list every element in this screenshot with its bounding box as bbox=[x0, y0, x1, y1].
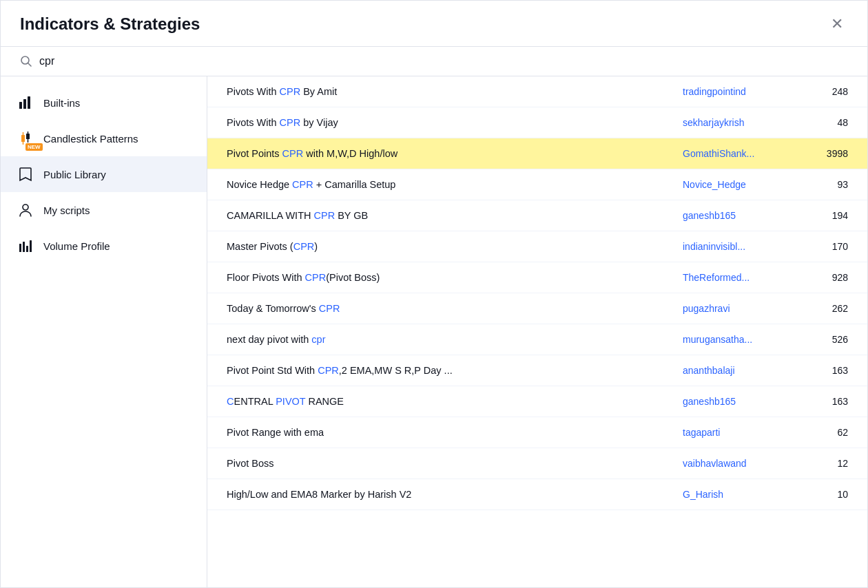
person-icon bbox=[17, 202, 34, 218]
content-area: Built-ins Candlestick Patterns NEW bbox=[1, 76, 867, 587]
svg-rect-2 bbox=[19, 102, 22, 109]
result-row[interactable]: Today & Tomorrow's CPRpugazhravi262 bbox=[207, 293, 867, 324]
result-name: Today & Tomorrow's CPR bbox=[227, 303, 683, 314]
sidebar-item-my-scripts-label: My scripts bbox=[43, 204, 90, 216]
result-author[interactable]: vaibhavlawand bbox=[683, 458, 807, 469]
close-icon: ✕ bbox=[831, 15, 843, 33]
result-count: 163 bbox=[807, 396, 848, 407]
result-author[interactable]: pugazhravi bbox=[683, 303, 807, 314]
result-name: CENTRAL PIVOT RANGE bbox=[227, 396, 683, 407]
sidebar-item-volume-profile-label: Volume Profile bbox=[43, 240, 110, 252]
svg-rect-5 bbox=[21, 135, 25, 142]
sidebar-item-public-library[interactable]: Public Library bbox=[1, 156, 207, 192]
result-count: 194 bbox=[807, 210, 848, 221]
results-panel[interactable]: Pivots With CPR By Amittradingpointind24… bbox=[207, 76, 867, 587]
result-row[interactable]: CAMARILLA WITH CPR BY GBganeshb165194 bbox=[207, 200, 867, 231]
svg-rect-3 bbox=[23, 99, 26, 109]
result-author[interactable]: GomathiShank... bbox=[683, 148, 807, 159]
result-count: 262 bbox=[807, 303, 848, 314]
result-row[interactable]: High/Low and EMA8 Marker by Harish V2G_H… bbox=[207, 479, 867, 510]
result-row[interactable]: Pivot Points CPR with M,W,D High/lowGoma… bbox=[207, 138, 867, 169]
result-count: 248 bbox=[807, 86, 848, 97]
svg-point-11 bbox=[23, 204, 28, 210]
result-author[interactable]: ganeshb165 bbox=[683, 396, 807, 407]
result-count: 170 bbox=[807, 241, 848, 252]
result-row[interactable]: Pivot Range with ematagaparti62 bbox=[207, 417, 867, 448]
result-count: 3998 bbox=[807, 148, 848, 159]
result-row[interactable]: Pivot Bossvaibhavlawand12 bbox=[207, 448, 867, 479]
result-name: CAMARILLA WITH CPR BY GB bbox=[227, 210, 683, 221]
result-author[interactable]: Novice_Hedge bbox=[683, 179, 807, 190]
result-name: Novice Hedge CPR + Camarilla Setup bbox=[227, 179, 683, 190]
sidebar-item-public-library-label: Public Library bbox=[43, 169, 106, 180]
result-author[interactable]: TheReformed... bbox=[683, 272, 807, 283]
result-author[interactable]: G_Harish bbox=[683, 489, 807, 500]
result-row[interactable]: Floor Pivots With CPR(Pivot Boss)TheRefo… bbox=[207, 262, 867, 293]
result-name: Pivot Points CPR with M,W,D High/low bbox=[227, 148, 683, 159]
result-row[interactable]: Pivot Point Std With CPR,2 EMA,MW S R,P … bbox=[207, 355, 867, 386]
result-row[interactable]: next day pivot with cprmurugansatha...52… bbox=[207, 324, 867, 355]
result-row[interactable]: CENTRAL PIVOT RANGEganeshb165163 bbox=[207, 386, 867, 417]
bar-chart-icon bbox=[17, 94, 34, 111]
result-author[interactable]: murugansatha... bbox=[683, 334, 807, 345]
result-row[interactable]: Novice Hedge CPR + Camarilla SetupNovice… bbox=[207, 169, 867, 200]
result-name: Pivot Range with ema bbox=[227, 427, 683, 438]
result-row[interactable]: Pivots With CPR By Amittradingpointind24… bbox=[207, 76, 867, 107]
search-icon bbox=[20, 55, 32, 67]
result-count: 93 bbox=[807, 179, 848, 190]
svg-rect-4 bbox=[28, 96, 30, 109]
result-count: 928 bbox=[807, 272, 848, 283]
svg-line-1 bbox=[28, 63, 32, 67]
result-count: 526 bbox=[807, 334, 848, 345]
result-author[interactable]: tradingpointind bbox=[683, 86, 807, 97]
result-name: Master Pivots (CPR) bbox=[227, 241, 683, 252]
sidebar-item-built-ins-label: Built-ins bbox=[43, 97, 80, 109]
svg-rect-8 bbox=[26, 134, 30, 139]
svg-rect-12 bbox=[19, 244, 21, 252]
svg-rect-15 bbox=[30, 240, 32, 252]
result-name: Pivot Point Std With CPR,2 EMA,MW S R,P … bbox=[227, 365, 683, 376]
svg-rect-14 bbox=[26, 246, 28, 252]
bookmark-icon bbox=[17, 166, 34, 182]
sidebar-item-candlestick-label: Candlestick Patterns bbox=[43, 133, 138, 145]
search-bar bbox=[1, 47, 867, 76]
result-row[interactable]: Pivots With CPR by Vijaysekharjaykrish48 bbox=[207, 107, 867, 138]
result-name: next day pivot with cpr bbox=[227, 334, 683, 345]
sidebar: Built-ins Candlestick Patterns NEW bbox=[1, 76, 207, 587]
result-count: 12 bbox=[807, 458, 848, 469]
modal-title: Indicators & Strategies bbox=[20, 14, 200, 34]
result-count: 163 bbox=[807, 365, 848, 376]
result-count: 10 bbox=[807, 489, 848, 500]
result-author[interactable]: ganeshb165 bbox=[683, 210, 807, 221]
result-author[interactable]: tagaparti bbox=[683, 427, 807, 438]
sidebar-item-candlestick[interactable]: Candlestick Patterns NEW bbox=[1, 120, 207, 156]
result-name: Pivots With CPR By Amit bbox=[227, 86, 683, 97]
modal-header: Indicators & Strategies ✕ bbox=[1, 1, 867, 47]
result-row[interactable]: Master Pivots (CPR)indianinvisibl...170 bbox=[207, 231, 867, 262]
svg-rect-13 bbox=[23, 242, 25, 252]
result-count: 48 bbox=[807, 117, 848, 128]
result-count: 62 bbox=[807, 427, 848, 438]
indicators-modal: Indicators & Strategies ✕ bbox=[0, 0, 868, 588]
close-button[interactable]: ✕ bbox=[826, 13, 848, 35]
volume-chart-icon bbox=[17, 238, 34, 254]
sidebar-item-my-scripts[interactable]: My scripts bbox=[1, 192, 207, 228]
result-name: Pivots With CPR by Vijay bbox=[227, 117, 683, 128]
sidebar-item-volume-profile[interactable]: Volume Profile bbox=[1, 228, 207, 264]
result-author[interactable]: sekharjaykrish bbox=[683, 117, 807, 128]
search-input[interactable] bbox=[39, 55, 848, 67]
new-badge: NEW bbox=[25, 143, 43, 151]
result-author[interactable]: indianinvisibl... bbox=[683, 241, 807, 252]
sidebar-item-built-ins[interactable]: Built-ins bbox=[1, 85, 207, 120]
result-name: High/Low and EMA8 Marker by Harish V2 bbox=[227, 489, 683, 500]
result-name: Pivot Boss bbox=[227, 458, 683, 469]
result-author[interactable]: ananthbalaji bbox=[683, 365, 807, 376]
result-name: Floor Pivots With CPR(Pivot Boss) bbox=[227, 272, 683, 283]
